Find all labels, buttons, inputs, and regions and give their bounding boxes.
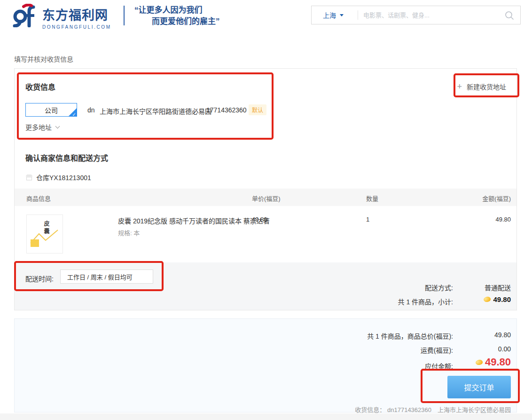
subtotal-label: 共 1 件商品，小计: xyxy=(398,297,453,306)
address-tag-label: 公司 xyxy=(45,105,58,115)
more-addresses-toggle[interactable]: 更多地址 xyxy=(25,122,59,132)
footer-shipping-label: 收货信息： xyxy=(355,406,385,413)
footer-shipping-info: 收货信息： dn17714362360 上海市上海长宁区德必易园 xyxy=(355,405,511,414)
logo-domain: DONGFANGFULI.COM xyxy=(42,24,111,30)
payable-amount: 49.80 xyxy=(485,356,511,368)
search-input[interactable] xyxy=(363,7,500,24)
payable-value-row: 49.80 xyxy=(476,356,511,368)
new-address-button[interactable]: + 新建收货地址 xyxy=(457,82,506,91)
col-amount: 金额(福豆) xyxy=(482,194,511,203)
search-divider xyxy=(358,10,358,20)
city-selector[interactable]: 上海 xyxy=(312,6,355,24)
product-qty: 1 xyxy=(366,216,369,223)
product-amount: 49.80 xyxy=(495,216,511,223)
col-quantity: 数量 xyxy=(366,194,378,203)
col-product: 商品信息 xyxy=(26,194,51,203)
page-footer-strip xyxy=(0,413,532,420)
cover-accent xyxy=(31,239,39,247)
delivery-method-value: 普通配送 xyxy=(485,283,511,292)
store-icon xyxy=(25,174,33,181)
chevron-down-icon xyxy=(55,124,60,128)
footer-shipping-value: dn17714362360 上海市上海长宁区德必易园 xyxy=(387,406,511,413)
default-badge: 默认 xyxy=(249,104,266,115)
warehouse-label: 仓库YX181213001 xyxy=(36,173,91,182)
total-price-label: 共 1 件商品，商品总价(福豆): xyxy=(367,331,453,341)
search-icon[interactable] xyxy=(505,11,514,20)
delivery-time-select[interactable]: 工作日 / 周末 / 假日均可 xyxy=(60,269,153,284)
warehouse-row: 仓库YX181213001 xyxy=(25,173,91,182)
delivery-band: 配送时间: 工作日 / 周末 / 假日均可 配送方式: 普通配送 共 1 件商品… xyxy=(15,262,516,310)
check-icon: ✓ xyxy=(72,112,76,117)
logo-text: 东方福利网 DONGFANGFULI.COM xyxy=(42,5,111,30)
bean-icon xyxy=(483,296,492,303)
payable-label: 应付金额: xyxy=(425,361,453,371)
delivery-time-value: 工作日 / 周末 / 假日均可 xyxy=(67,272,133,281)
cover-title: 皮囊 xyxy=(42,221,50,236)
tagline: “让更多人因为我们 而更爱他们的雇主” xyxy=(134,5,220,27)
shipping-section-title: 收货信息 xyxy=(25,81,55,92)
recipient-phone: 17714362360 xyxy=(206,106,247,114)
recipient-name: dn xyxy=(87,106,95,114)
merchant-section-title: 确认商家信息和配送方式 xyxy=(25,152,108,163)
site-header: 东方福利网 DONGFANGFULI.COM “让更多人因为我们 而更爱他们的雇… xyxy=(0,0,532,31)
subtotal-value-row: 49.80 xyxy=(484,295,511,303)
address-tag-company[interactable]: 公司 ✓ xyxy=(25,103,77,117)
product-thumbnail[interactable]: 皮囊 xyxy=(26,214,63,254)
new-address-label: 新建收货地址 xyxy=(467,82,506,91)
summary-card: 共 1 件商品，商品总价(福豆): 49.80 运费(福豆): 0.00 应付金… xyxy=(14,318,517,412)
search-box: 上海 xyxy=(311,6,521,24)
plus-icon: + xyxy=(457,83,462,90)
product-title[interactable]: 皮囊 2019纪念版 感动千万读者的国民读本 蔡崇达著 xyxy=(118,216,270,225)
logo-icon xyxy=(12,4,39,27)
product-spec: 规格: 本 xyxy=(118,228,140,237)
checkout-page: 东方福利网 DONGFANGFULI.COM “让更多人因为我们 而更爱他们的雇… xyxy=(0,0,532,420)
table-header: 商品信息 单价(福豆) 数量 金额(福豆) xyxy=(15,189,516,206)
delivery-time-label: 配送时间: xyxy=(25,274,54,283)
city-label: 上海 xyxy=(323,10,336,20)
delivery-method-label: 配送方式: xyxy=(425,283,453,292)
chevron-down-icon xyxy=(340,14,344,16)
subtotal-amount: 49.80 xyxy=(493,295,511,303)
shipping-fee-label: 运费(福豆): xyxy=(421,345,453,355)
header-divider xyxy=(124,6,125,25)
more-addresses-label: 更多地址 xyxy=(25,122,52,132)
tagline-line2: 而更爱他们的雇主” xyxy=(134,16,220,27)
tagline-line1: “让更多人因为我们 xyxy=(134,5,220,16)
total-price-value: 49.80 xyxy=(494,331,511,339)
recipient-address: 上海市上海长宁区华阳路街道德必易园 xyxy=(100,106,211,116)
product-price: 49.80 xyxy=(252,216,267,223)
col-unit-price: 单价(福豆) xyxy=(252,194,281,203)
order-form-card: 收货信息 + 新建收货地址 公司 ✓ dn 上海市上海长宁区华阳路街道德必易园 … xyxy=(14,68,517,310)
logo-name: 东方福利网 xyxy=(42,5,111,24)
bean-icon xyxy=(475,358,484,365)
shipping-fee-value: 0.00 xyxy=(498,345,511,353)
submit-order-button[interactable]: 提交订单 xyxy=(447,376,511,398)
page-title: 填写并核对收货信息 xyxy=(14,54,73,63)
